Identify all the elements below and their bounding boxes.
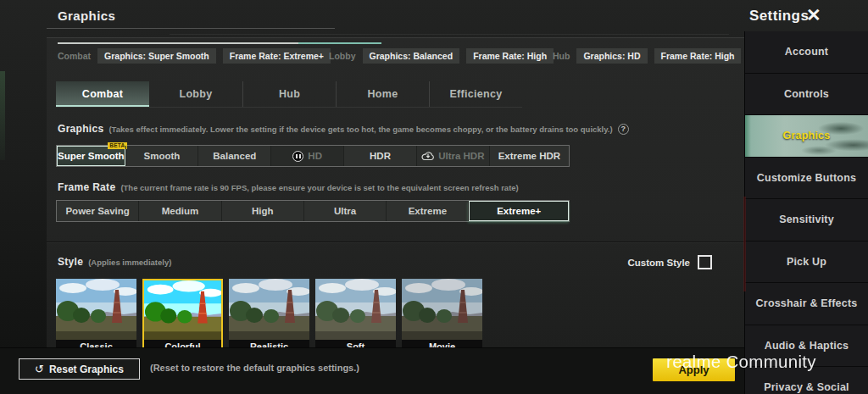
option-label: Smooth bbox=[144, 151, 181, 161]
graphics-option-super-smooth[interactable]: Super Smooth BETA bbox=[57, 146, 125, 166]
summary-chip: Graphics: Balanced bbox=[363, 48, 460, 64]
frame-rate-option-high[interactable]: High bbox=[221, 201, 303, 221]
section-divider bbox=[47, 241, 744, 242]
landscape-preview-image bbox=[229, 279, 309, 340]
style-thumb-label: Realistic bbox=[229, 340, 309, 347]
landscape-preview-image bbox=[56, 279, 136, 340]
style-thumb-colorful[interactable]: Colorful bbox=[142, 279, 223, 347]
option-label: Ultra HDR bbox=[438, 151, 484, 161]
settings-header-title: Settings bbox=[749, 8, 809, 25]
style-section-header: Style (Applies immediately) bbox=[58, 256, 171, 268]
close-icon[interactable]: ✕ bbox=[806, 4, 821, 26]
frame-rate-option-extreme[interactable]: Extreme bbox=[386, 201, 468, 221]
sidebar-item-sensitivity[interactable]: Sensitivity bbox=[745, 199, 868, 241]
custom-style-label: Custom Style bbox=[628, 258, 691, 268]
option-label: HDR bbox=[370, 151, 391, 161]
summary-label: Lobby bbox=[329, 51, 356, 61]
sidebar-item-label: Crosshair & Effects bbox=[756, 297, 858, 309]
sidebar-item-label: Account bbox=[785, 46, 828, 58]
sidebar-item-customize-buttons[interactable]: Customize Buttons bbox=[745, 158, 868, 200]
frame-rate-option-ultra[interactable]: Ultra bbox=[303, 201, 386, 221]
style-thumb-movie[interactable]: Movie bbox=[402, 279, 482, 347]
sidebar-item-pick-up[interactable]: Pick Up bbox=[745, 241, 868, 284]
option-label: Ultra bbox=[334, 206, 356, 216]
graphics-section-header: Graphics (Takes effect immediately. Lowe… bbox=[58, 123, 629, 135]
graphics-quality-options: Super Smooth BETA Smooth Balanced HD HDR bbox=[56, 145, 570, 167]
landscape-preview-image bbox=[315, 279, 396, 340]
graphics-option-smooth[interactable]: Smooth bbox=[125, 146, 198, 166]
frame-rate-section-header: Frame Rate (The current frame rate is 90… bbox=[58, 181, 519, 193]
sidebar-item-privacy-social[interactable]: Privacy & Social bbox=[745, 367, 868, 394]
beta-badge: BETA bbox=[108, 142, 126, 149]
sidebar-item-account[interactable]: Account bbox=[745, 31, 868, 74]
reset-button-label: Reset Graphics bbox=[49, 363, 124, 375]
sidebar-item-label: Privacy & Social bbox=[764, 381, 849, 393]
summary-chip: Frame Rate: High bbox=[466, 48, 554, 64]
title-underline bbox=[47, 28, 335, 29]
style-thumb-soft[interactable]: Soft bbox=[315, 279, 396, 347]
decorative-line bbox=[170, 34, 729, 35]
reset-graphics-button[interactable]: ↺ Reset Graphics bbox=[19, 358, 140, 380]
apply-button[interactable]: Apply bbox=[653, 358, 735, 381]
frame-rate-option-power-saving[interactable]: Power Saving bbox=[57, 201, 138, 221]
style-thumb-label: Colorful bbox=[144, 340, 221, 347]
custom-style-checkbox[interactable] bbox=[698, 255, 712, 269]
sidebar-item-graphics[interactable]: Graphics bbox=[745, 115, 868, 158]
graphics-section-label: Graphics bbox=[58, 123, 103, 135]
option-label: Extreme HDR bbox=[498, 151, 561, 161]
style-thumb-label: Movie bbox=[402, 340, 482, 347]
style-section-note: (Applies immediately) bbox=[88, 258, 171, 267]
option-label: Power Saving bbox=[65, 206, 129, 216]
frame-rate-section-label: Frame Rate bbox=[58, 181, 115, 193]
style-section-label: Style bbox=[58, 256, 83, 268]
sidebar-item-label: Customize Buttons bbox=[757, 172, 856, 184]
summary-group-combat: Combat Graphics: Super Smooth Frame Rate… bbox=[58, 48, 331, 64]
tab-efficiency[interactable]: Efficiency bbox=[429, 81, 522, 107]
reset-note: (Reset to restore the default graphics s… bbox=[150, 363, 359, 373]
option-label: Extreme bbox=[409, 206, 447, 216]
style-thumb-label: Classic bbox=[56, 340, 136, 347]
scene-tabs: Combat Lobby Hub Home Efficiency bbox=[56, 81, 522, 108]
summary-group-hub: Hub Graphics: HD Frame Rate: High bbox=[553, 48, 741, 64]
graphics-option-hdr[interactable]: HDR bbox=[343, 146, 416, 166]
tab-combat[interactable]: Combat bbox=[56, 81, 149, 107]
graphics-option-balanced[interactable]: Balanced bbox=[198, 146, 270, 166]
option-label: High bbox=[252, 206, 274, 216]
graphics-option-extreme-hdr[interactable]: Extreme HDR bbox=[489, 146, 569, 166]
sidebar-item-label: Pick Up bbox=[787, 256, 826, 268]
landscape-preview-image bbox=[144, 280, 221, 340]
summary-chip: Graphics: HD bbox=[576, 48, 647, 64]
scroll-indicator-thumb bbox=[298, 42, 381, 44]
background-texture bbox=[0, 71, 5, 160]
summary-label: Hub bbox=[553, 51, 570, 61]
frame-rate-option-extreme-plus[interactable]: Extreme+ bbox=[468, 201, 568, 221]
pause-circle-icon bbox=[292, 151, 303, 162]
reset-icon: ↺ bbox=[35, 363, 44, 375]
help-icon[interactable]: ? bbox=[618, 124, 629, 135]
frame-rate-option-medium[interactable]: Medium bbox=[138, 201, 220, 221]
option-label: Super Smooth bbox=[58, 151, 125, 161]
option-label: Balanced bbox=[213, 151, 256, 161]
sidebar-item-crosshair-effects[interactable]: Crosshair & Effects bbox=[745, 283, 868, 325]
option-label: HD bbox=[308, 151, 322, 161]
summary-chip: Graphics: Super Smooth bbox=[97, 48, 216, 64]
sidebar-item-label: Graphics bbox=[783, 130, 831, 142]
option-label: Extreme+ bbox=[497, 206, 541, 216]
graphics-option-hd[interactable]: HD bbox=[270, 146, 343, 166]
summary-chip: Frame Rate: Extreme+ bbox=[223, 48, 331, 64]
graphics-option-ultra-hdr[interactable]: Ultra HDR bbox=[416, 146, 489, 166]
style-thumbnails: Classic Colorful bbox=[56, 279, 482, 347]
page-title: Graphics bbox=[58, 8, 115, 23]
style-thumb-classic[interactable]: Classic bbox=[56, 279, 136, 347]
tab-lobby[interactable]: Lobby bbox=[149, 81, 242, 107]
tab-hub[interactable]: Hub bbox=[242, 81, 336, 107]
sidebar-item-audio-haptics[interactable]: Audio & Haptics bbox=[745, 325, 868, 368]
sidebar-item-controls[interactable]: Controls bbox=[745, 74, 868, 116]
graphics-settings-screen: Graphics Settings ✕ Combat Graphics: Sup… bbox=[0, 0, 868, 394]
style-thumb-realistic[interactable]: Realistic bbox=[229, 279, 309, 347]
settings-sidebar: Account Controls Graphics Customize Butt… bbox=[744, 31, 868, 394]
style-thumb-label: Soft bbox=[315, 340, 396, 347]
sidebar-item-label: Audio & Haptics bbox=[765, 340, 849, 352]
tab-home[interactable]: Home bbox=[336, 81, 429, 107]
background-texture bbox=[743, 197, 746, 291]
